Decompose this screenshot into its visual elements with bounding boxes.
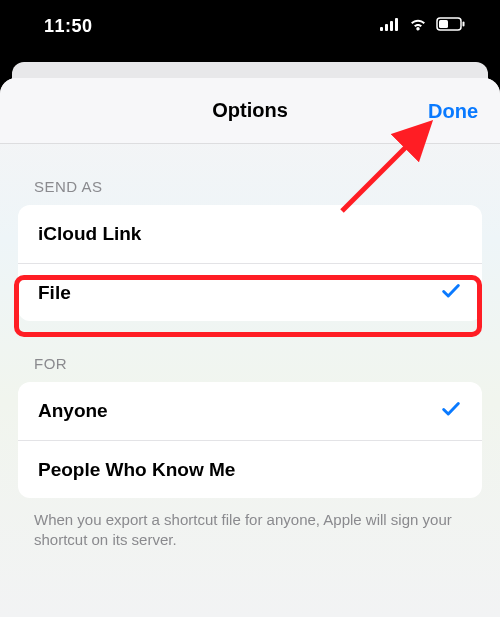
checkmark-icon [440,280,462,306]
footer-note: When you export a shortcut file for anyo… [0,498,500,551]
battery-icon [436,17,466,35]
row-label: File [38,282,71,304]
row-label: Anyone [38,400,108,422]
row-label: iCloud Link [38,223,141,245]
svg-rect-3 [395,18,398,31]
row-file[interactable]: File [18,263,482,321]
row-people-who-know-me[interactable]: People Who Know Me [18,440,482,498]
options-sheet: Options Done SEND AS iCloud Link File FO… [0,78,500,617]
status-time: 11:50 [44,16,93,37]
status-icons [380,17,466,35]
row-anyone[interactable]: Anyone [18,382,482,440]
row-label: People Who Know Me [38,459,235,481]
svg-rect-6 [463,22,465,27]
checkmark-icon [440,398,462,424]
done-button[interactable]: Done [428,99,478,122]
content: SEND AS iCloud Link File FOR Anyone [0,144,500,551]
status-bar: 11:50 [0,0,500,64]
row-icloud-link[interactable]: iCloud Link [18,205,482,263]
svg-rect-0 [380,27,383,31]
page-title: Options [212,99,288,122]
list-send-as: iCloud Link File [18,205,482,321]
cellular-icon [380,17,400,35]
section-header-send-as: SEND AS [0,144,500,205]
svg-rect-1 [385,24,388,31]
list-for: Anyone People Who Know Me [18,382,482,498]
wifi-icon [408,17,428,35]
section-header-for: FOR [0,321,500,382]
svg-rect-2 [390,21,393,31]
nav-bar: Options Done [0,78,500,144]
svg-rect-5 [439,20,448,28]
